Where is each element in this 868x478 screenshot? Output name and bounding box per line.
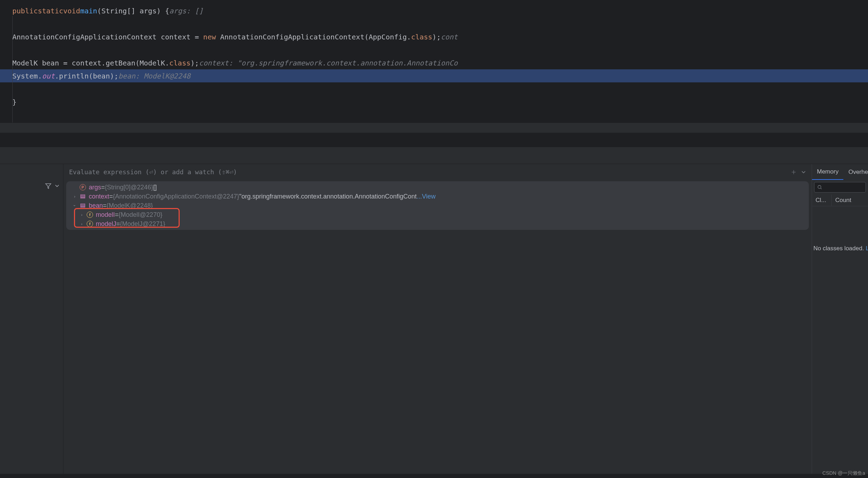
code-line[interactable]: public static void main(String[] args) {…: [0, 4, 868, 17]
code-text: ModelK bean = context.getBean(ModelK.: [12, 59, 169, 67]
keyword: void: [63, 7, 80, 15]
var-name: modelI: [96, 211, 115, 219]
separator: [0, 133, 868, 147]
var-value: "org.springframework.context.annotation.…: [239, 193, 417, 200]
expand-arrow-icon[interactable]: ›: [79, 213, 85, 217]
code-text: System.: [12, 72, 42, 80]
code-text: (String[] args) {: [97, 7, 169, 15]
load-classes-link[interactable]: Lo: [866, 245, 868, 252]
code-text: AnnotationConfigApplicationContext conte…: [12, 33, 203, 41]
code-line[interactable]: AnnotationConfigApplicationContext conte…: [0, 30, 868, 43]
var-value: []: [153, 184, 157, 191]
svg-point-6: [818, 185, 821, 189]
right-panel-tabs: Memory Overhea: [812, 164, 868, 180]
separator: [0, 147, 868, 164]
var-type: {String[0]@2246}: [105, 184, 153, 191]
var-name: modelJ: [96, 220, 116, 228]
code-editor[interactable]: public static void main(String[] args) {…: [0, 0, 868, 122]
add-watch-icon[interactable]: [790, 169, 797, 175]
more-link[interactable]: ...: [417, 193, 422, 200]
indent-guide: [12, 16, 13, 122]
var-name: args: [89, 184, 101, 191]
view-link[interactable]: View: [422, 193, 436, 200]
debug-frames-panel[interactable]: [0, 164, 63, 474]
no-classes-message: No classes loaded. Lo: [812, 245, 868, 252]
chevron-down-icon[interactable]: [55, 183, 60, 188]
code-text: );: [191, 59, 199, 67]
memory-table-header: Cl... Count: [812, 195, 868, 206]
variable-row-modelJ[interactable]: › f modelJ = {ModelJ@2271}: [69, 219, 806, 228]
svg-rect-4: [81, 205, 85, 206]
keyword: new: [203, 33, 216, 41]
code-line[interactable]: [0, 17, 868, 30]
separator: [0, 122, 868, 133]
field-ref: out: [42, 72, 55, 80]
object-icon: [80, 202, 86, 209]
expand-arrow-icon[interactable]: ›: [79, 222, 85, 226]
inlay-hint: args: []: [169, 7, 203, 15]
object-icon: [80, 193, 86, 200]
code-text: AnnotationConfigApplicationContext(AppCo…: [216, 33, 411, 41]
var-name: bean: [89, 202, 103, 209]
filter-icon[interactable]: [45, 182, 52, 189]
code-line-current[interactable]: System.out.println(bean); bean: ModelK@2…: [0, 69, 868, 82]
svg-rect-1: [81, 196, 85, 197]
tab-overhead[interactable]: Overhea: [843, 164, 868, 180]
code-line[interactable]: }: [0, 95, 868, 108]
debug-variables-panel: Evaluate expression (⏎) or add a watch (…: [63, 164, 812, 474]
tab-memory[interactable]: Memory: [812, 164, 843, 180]
code-text: }: [12, 98, 17, 106]
field-icon: f: [87, 221, 93, 227]
inlay-hint: bean: ModelK@2248: [118, 72, 191, 80]
code-text: .println(bean);: [55, 72, 118, 80]
svg-rect-3: [81, 204, 85, 205]
inlay-hint: cont: [441, 33, 458, 41]
keyword: class: [169, 59, 191, 67]
watermark: CSDN @一只懒鱼a: [822, 470, 865, 477]
inlay-hint: context: "org.springframework.context.an…: [199, 59, 458, 67]
column-class[interactable]: Cl...: [812, 195, 832, 206]
column-count[interactable]: Count: [832, 195, 855, 206]
code-line[interactable]: [0, 82, 868, 95]
variable-row-bean[interactable]: › bean = {ModelK@2248}: [69, 201, 806, 210]
variable-row-modelI[interactable]: › f modelI = {ModelI@2270}: [69, 210, 806, 219]
memory-panel: Memory Overhea Cl... Count No classes lo…: [812, 164, 868, 474]
parameter-icon: P: [80, 184, 86, 190]
var-type: {AnnotationConfigApplicationContext@2247…: [113, 193, 240, 200]
variable-row-context[interactable]: › context = {AnnotationConfigApplication…: [69, 192, 806, 201]
svg-rect-0: [81, 195, 85, 196]
function-name: main: [80, 7, 97, 15]
search-icon: [817, 185, 822, 190]
code-line[interactable]: [0, 43, 868, 56]
var-name: context: [89, 193, 109, 200]
keyword: class: [411, 33, 432, 41]
var-type: {ModelJ@2271}: [120, 220, 165, 228]
keyword: static: [38, 7, 63, 15]
svg-rect-5: [81, 207, 85, 207]
evaluate-expression-bar[interactable]: Evaluate expression (⏎) or add a watch (…: [63, 164, 812, 180]
chevron-down-icon[interactable]: [801, 170, 806, 175]
variables-list[interactable]: P args = {String[0]@2246} [] › context =…: [66, 181, 809, 230]
code-text: );: [432, 33, 441, 41]
expand-arrow-icon[interactable]: ›: [72, 194, 78, 199]
field-icon: f: [87, 212, 93, 218]
collapse-arrow-icon[interactable]: ›: [73, 203, 77, 208]
debug-panel: Evaluate expression (⏎) or add a watch (…: [0, 164, 868, 474]
svg-rect-2: [81, 197, 85, 198]
keyword: public: [12, 7, 38, 15]
memory-search-input[interactable]: [814, 182, 866, 193]
code-line[interactable]: ModelK bean = context.getBean(ModelK.cla…: [0, 56, 868, 69]
var-type: {ModelI@2270}: [119, 211, 162, 219]
variable-row-args[interactable]: P args = {String[0]@2246} []: [69, 183, 806, 192]
eval-placeholder: Evaluate expression (⏎) or add a watch (…: [69, 168, 237, 176]
var-type: {ModelK@2248}: [107, 202, 153, 209]
